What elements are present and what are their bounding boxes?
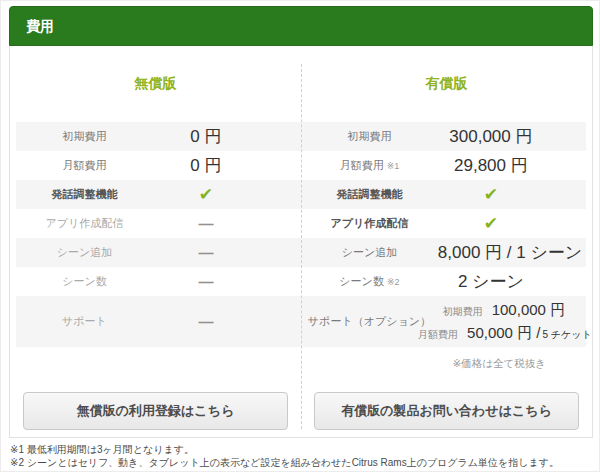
row-label: アプリ作成配信	[301, 216, 438, 231]
pricing-page: 費用 無償版 有償版 初期費用 0 円 初期費用 300,000 円	[0, 0, 600, 472]
row-value: 29,800 円	[438, 154, 586, 177]
support-sub-suffix: 5 チケット	[542, 328, 591, 342]
panel-body: 無償版 有償版 初期費用 0 円 初期費用 300,000 円	[9, 46, 593, 438]
panel-header: 費用	[9, 6, 593, 46]
row-label: 初期費用	[301, 129, 438, 144]
row-value: 8,000 円 / 1 シーン	[438, 241, 586, 264]
check-icon: ✔	[484, 214, 498, 233]
row-value: 300,000 円	[438, 125, 586, 148]
row-value: 2 シーン	[438, 270, 586, 293]
check-icon: ✔	[484, 185, 498, 204]
dash-icon: —	[198, 215, 213, 232]
free-register-button[interactable]: 無償版の利用登録はこちら	[23, 392, 288, 430]
dash-icon: —	[198, 273, 213, 290]
support-monthly-line: 月額費用 50,000 円 / 5 チケット	[438, 324, 572, 343]
support-sub-value: 100,000 円	[492, 301, 565, 320]
row-label: シーン数	[16, 274, 153, 289]
dash-icon: —	[198, 244, 213, 261]
paid-contact-button[interactable]: 有償版の製品お問い合わせはこちら	[314, 392, 579, 430]
dash-icon: —	[198, 313, 213, 330]
row-label: 発話調整機能	[301, 187, 438, 202]
support-sub-value: 50,000 円 /	[467, 324, 540, 343]
row-value: 0 円	[153, 154, 301, 177]
row-label: シーン追加	[301, 245, 438, 260]
footnote-2: ※2 シーンとはセリフ、動き、タブレット上の表示など設定を組み合わせたCitru…	[10, 456, 595, 469]
support-sub-label: 月額費用	[418, 328, 458, 342]
row-label: 月額費用※1	[301, 158, 438, 173]
check-icon: ✔	[199, 185, 213, 204]
row-label: サポート	[16, 314, 153, 329]
row-value: 0 円	[153, 125, 301, 148]
row-label: シーン数※2	[301, 274, 438, 289]
row-label: 発話調整機能	[16, 187, 153, 202]
footnote-marker: ※2	[387, 277, 400, 287]
support-sub-label: 初期費用	[443, 305, 483, 319]
row-label: 初期費用	[16, 129, 153, 144]
pricing-panel: 費用 無償版 有償版 初期費用 0 円 初期費用 300,000 円	[9, 6, 593, 438]
panel-title: 費用	[26, 18, 54, 34]
paid-column-header: 有償版	[301, 75, 592, 93]
free-column-header: 無償版	[10, 75, 301, 93]
tax-note: ※価格は全て税抜き	[301, 357, 592, 371]
support-initial-line: 初期費用 100,000 円	[438, 301, 572, 320]
footnote-1: ※1 最低利用期間は3ヶ月間となります。	[10, 443, 595, 456]
support-pricing: 初期費用 100,000 円 月額費用 50,000 円 / 5 チケット	[438, 301, 586, 343]
row-label: シーン追加	[16, 245, 153, 260]
row-label: アプリ作成配信	[16, 216, 153, 231]
row-label: 月額費用	[16, 158, 153, 173]
footnote-marker: ※1	[387, 161, 400, 171]
footnotes: ※1 最低利用期間は3ヶ月間となります。 ※2 シーンとはセリフ、動き、タブレッ…	[10, 443, 595, 469]
column-divider	[301, 64, 302, 429]
